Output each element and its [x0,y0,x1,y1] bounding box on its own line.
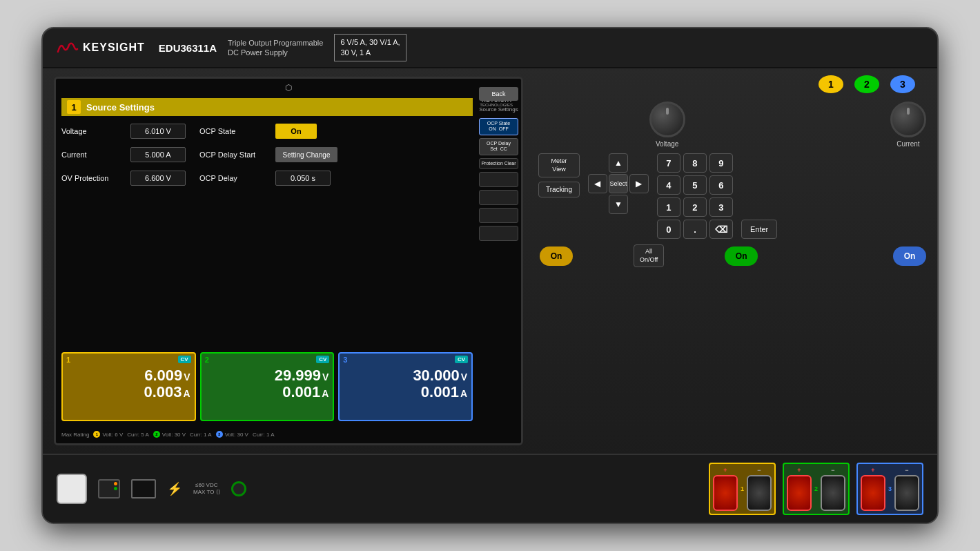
ocp-state-value[interactable]: On [275,124,317,139]
power-button[interactable] [57,474,87,504]
protection-clear-button[interactable]: Protection Clear [479,158,518,169]
usb-symbol-icon: ⚡ [167,481,182,496]
current-knob[interactable] [890,102,926,137]
nav-down-button[interactable]: ▼ [609,195,628,214]
nav-select-button[interactable]: Select [609,174,628,193]
nav-right-button[interactable]: ▶ [629,174,649,193]
ocp-delay-side-button[interactable]: OCP DelaySet CC [479,138,518,155]
terminal-post-2-pos[interactable] [787,475,812,511]
num-0-button[interactable]: 0 [657,220,680,239]
terminal-2-num: 2 [814,485,818,492]
rating-text-2c: Curr: 1 A [190,432,212,438]
side-nav-btn-4[interactable] [479,226,518,241]
max-rating-bar: Max Rating 1 Volt: 6 V Curr: 5 A 2 Volt:… [61,431,473,438]
num-6-button[interactable]: 6 [709,175,733,195]
channel-displays: 1 CV 6.009V 0.003A 2 CV 29.999V [61,352,473,421]
num-4-button[interactable]: 4 [657,175,680,195]
terminal-group-3: + 3 − [856,463,923,515]
terminals-section: + 1 − + 2 − [709,463,923,515]
rating-badge-3: 3 [216,431,223,438]
ocp-state-side-button[interactable]: OCP StateON OFF [479,118,518,135]
rating-badge-1: 1 [93,431,100,438]
source-channel-badge: 1 [67,100,81,114]
num-decimal-button[interactable]: . [683,220,707,239]
channel3-button[interactable]: 3 [890,75,915,93]
num-9-button[interactable]: 9 [709,153,733,173]
enter-button[interactable]: Enter [741,220,777,239]
bottom-section: ⚡ ≤60 VDCMAX TO ⟨⟩ + 1 − + [43,454,937,523]
back-button[interactable]: Back [479,87,518,101]
tracking-button[interactable]: Tracking [538,182,580,197]
voltage-label: Voltage [61,127,130,135]
channel1-button[interactable]: 1 [819,75,843,93]
nav-left-button[interactable]: ◀ [588,174,607,193]
on-buttons-row: On AllOn/Off On On [537,244,929,267]
voltage-row: Voltage 6.010 V OCP State On [61,122,473,141]
ch1-number: 1 [66,356,70,364]
rating-item-1: 1 Volt: 6 V Curr: 5 A [93,431,148,438]
voltage-value[interactable]: 6.010 V [130,124,186,139]
voltage-knob[interactable] [649,102,685,137]
num-1-button[interactable]: 1 [657,197,680,217]
ocp-delay-start-value[interactable]: Setting Change [275,147,337,162]
ethernet-led-orange [114,482,117,485]
brand-name: KEYSIGHT [83,41,145,54]
ch3-voltage: 30.000V [344,367,467,384]
num-8-button[interactable]: 8 [683,153,707,173]
num-5-button[interactable]: 5 [683,175,707,195]
terminal-post-1-neg[interactable] [747,475,772,511]
ov-protection-row: OV Protection 6.600 V OCP Delay 0.050 s [61,168,473,188]
ch2-cv-badge: CV [316,356,329,363]
num-3-button[interactable]: 3 [709,197,733,217]
ch1-voltage: 6.009V [67,367,190,384]
instrument: KEYSIGHT EDU36311A Triple Output Program… [41,27,939,524]
rating-item-3: 3 Volt: 30 V Curr: 1 A [216,431,275,438]
screen-source-settings-mini: Source Settings [479,106,518,113]
num-2-button[interactable]: 2 [683,197,707,217]
rating-text-1c: Curr: 5 A [127,432,149,438]
num-7-button[interactable]: 7 [657,153,680,173]
t2-plus-label: + [797,467,801,474]
nav-up-button[interactable]: ▲ [609,153,628,173]
current-value[interactable]: 5.000 A [130,147,186,162]
on-button-ch1[interactable]: On [540,246,573,266]
knobs-row: Voltage Current [537,102,929,148]
voltage-warning: ≤60 VDCMAX TO ⟨⟩ [193,482,220,496]
spec-box: 6 V/5 A, 30 V/1 A, 30 V, 1 A [334,34,406,62]
screen-area: ⬡ KEYSIGHT TECHNOLOGIES 1 Source Setting… [54,77,523,445]
terminal-post-3-neg[interactable] [894,475,919,511]
t1-minus-label: − [757,467,761,474]
ov-protection-value[interactable]: 6.600 V [130,171,186,186]
model-number: EDU36311A [159,42,217,54]
screen-right-panel: Back Source Settings OCP StateON OFF OCP… [476,84,521,443]
on-button-ch2[interactable]: On [725,246,758,266]
nav-empty-bl [588,195,607,214]
current-row: Current 5.000 A OCP Delay Start Setting … [61,145,473,164]
rating-text-3v: Volt: 30 V [225,432,248,438]
terminal-post-1-pos[interactable] [713,475,738,511]
ethernet-leds [114,482,117,490]
channel1-display: 1 CV 6.009V 0.003A [61,352,196,421]
side-nav-btn-3[interactable] [479,208,518,223]
terminal-group-2: + 2 − [783,463,850,515]
rating-text-2v: Volt: 30 V [162,432,186,438]
usb-port[interactable] [131,479,156,499]
t3-plus-label: + [871,467,874,474]
t2-minus-label: − [831,467,834,474]
ch2-voltage: 29.999V [206,367,329,384]
channel2-button[interactable]: 2 [854,75,879,93]
side-nav-btn-1[interactable] [479,172,518,187]
meter-view-button[interactable]: MeterView [538,153,580,177]
on-button-ch3[interactable]: On [893,246,926,266]
ocp-delay-value[interactable]: 0.050 s [275,171,331,186]
ocp-delay-start-label: OCP Delay Start [199,151,275,159]
ethernet-port-group [98,479,120,499]
ch1-cv-badge: CV [178,356,191,363]
model-description: Triple Output Programmable DC Power Supp… [228,38,323,58]
backspace-button[interactable]: ⌫ [709,220,733,239]
terminal-post-3-pos[interactable] [861,475,885,511]
audio-jack [231,481,246,496]
terminal-post-2-neg[interactable] [821,475,845,511]
side-nav-btn-2[interactable] [479,190,518,205]
all-on-off-button[interactable]: AllOn/Off [634,244,664,267]
